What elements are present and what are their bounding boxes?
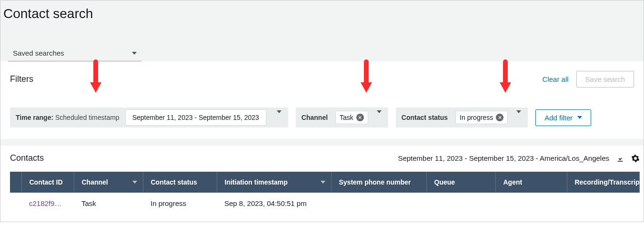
chip-remove-icon[interactable]: ✕ bbox=[496, 114, 503, 121]
clear-all-link[interactable]: Clear all bbox=[543, 75, 569, 83]
cell-queue bbox=[426, 193, 495, 214]
cell-recording bbox=[567, 193, 640, 214]
table-header-channel[interactable]: Channel bbox=[74, 172, 143, 193]
caret-down-icon bbox=[277, 110, 282, 121]
panel-divider bbox=[0, 139, 644, 146]
filter-channel: Channel Task ✕ bbox=[296, 107, 388, 127]
cell-channel: Task bbox=[74, 193, 143, 214]
contacts-range-tz: September 11, 2023 - September 15, 2023 … bbox=[398, 154, 609, 162]
contacts-table: Contact ID Channel Contact status Initia… bbox=[10, 172, 640, 214]
table-header-agent[interactable]: Agent bbox=[495, 172, 567, 193]
chip-label: Task bbox=[340, 114, 353, 121]
chip-remove-icon[interactable]: ✕ bbox=[356, 114, 364, 121]
cell-initiation-ts: Sep 8, 2023, 04:50:51 pm bbox=[217, 193, 331, 214]
row-select-cell[interactable] bbox=[10, 193, 21, 214]
filter-contact-status: Contact status In progress ✕ bbox=[396, 107, 528, 127]
table-header-system-phone[interactable]: System phone number bbox=[331, 172, 426, 193]
filter-time-range: Time range: Scheduled timestamp Septembe… bbox=[10, 107, 288, 127]
table-header-row: Contact ID Channel Contact status Initia… bbox=[10, 172, 640, 193]
filter-time-range-value[interactable]: September 11, 2023 - September 15, 2023 bbox=[125, 109, 266, 126]
sort-caret-icon bbox=[132, 181, 137, 184]
filter-contact-status-dropdown[interactable] bbox=[510, 107, 528, 127]
saved-searches-dropdown[interactable]: Saved searches bbox=[8, 45, 141, 61]
caret-down-icon bbox=[577, 116, 582, 119]
filters-panel: Filters Clear all Save search Time range… bbox=[0, 61, 644, 139]
caret-down-icon bbox=[516, 110, 521, 121]
filter-channel-dropdown[interactable] bbox=[370, 107, 388, 127]
contacts-panel: Contacts September 11, 2023 - September … bbox=[0, 146, 644, 222]
table-row: c2182f9… Task In progress Sep 8, 2023, 0… bbox=[10, 193, 640, 214]
save-search-button[interactable]: Save search bbox=[576, 71, 634, 88]
filter-time-range-dropdown[interactable] bbox=[270, 107, 288, 127]
cell-contact-id[interactable]: c2182f9… bbox=[21, 193, 74, 214]
add-filter-button[interactable]: Add filter bbox=[535, 109, 591, 126]
table-header-select bbox=[10, 172, 21, 193]
contacts-heading: Contacts bbox=[10, 153, 44, 163]
filter-channel-label: Channel bbox=[296, 109, 333, 126]
cell-agent bbox=[495, 193, 567, 214]
table-header-initiation-timestamp[interactable]: Initiation timestamp bbox=[217, 172, 331, 193]
table-header-queue[interactable]: Queue bbox=[426, 172, 495, 193]
save-search-label: Save search bbox=[585, 75, 625, 83]
filters-heading: Filters bbox=[10, 74, 33, 84]
page-title: Contact search bbox=[3, 6, 641, 21]
add-filter-label: Add filter bbox=[544, 114, 573, 122]
sort-caret-icon bbox=[321, 181, 325, 184]
table-header-recording[interactable]: Recording/Transcript bbox=[567, 172, 640, 193]
cell-contact-status: In progress bbox=[143, 193, 217, 214]
caret-down-icon bbox=[132, 52, 137, 55]
filter-contact-status-label: Contact status bbox=[396, 109, 453, 126]
table-header-contact-id[interactable]: Contact ID bbox=[21, 172, 74, 193]
cell-system-phone bbox=[331, 193, 426, 214]
table-header-contact-status[interactable]: Contact status bbox=[143, 172, 217, 193]
filter-contact-status-chip: In progress ✕ bbox=[455, 111, 508, 124]
gear-icon[interactable] bbox=[631, 154, 640, 163]
filter-channel-chip: Task ✕ bbox=[335, 111, 368, 124]
chip-label: In progress bbox=[460, 114, 493, 121]
caret-down-icon bbox=[377, 110, 382, 121]
download-icon[interactable] bbox=[616, 154, 624, 163]
saved-searches-label: Saved searches bbox=[13, 49, 64, 57]
filter-time-range-label: Time range: Scheduled timestamp bbox=[10, 109, 125, 126]
